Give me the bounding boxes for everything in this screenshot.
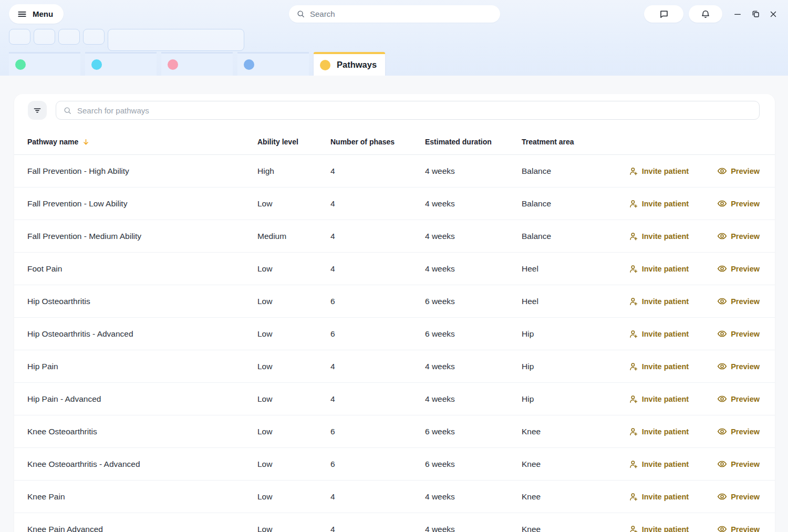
person-add-icon bbox=[629, 525, 638, 532]
invite-patient-button[interactable]: Invite patient bbox=[629, 166, 689, 176]
preview-button[interactable]: Preview bbox=[717, 199, 760, 208]
tab-pathways[interactable]: Pathways bbox=[314, 52, 385, 76]
pathway-name-cell: Fall Prevention - Low Ability bbox=[27, 199, 257, 208]
preview-button[interactable]: Preview bbox=[717, 426, 760, 436]
estimated-duration-cell: 4 weeks bbox=[425, 362, 522, 371]
minimize-icon bbox=[733, 9, 742, 19]
table-row: Knee PainLow44 weeksKnee Invite patient … bbox=[14, 481, 775, 513]
eye-icon bbox=[717, 199, 727, 208]
pathways-panel: Pathway name Ability level Number of pha… bbox=[14, 94, 775, 532]
invite-patient-button[interactable]: Invite patient bbox=[629, 264, 689, 274]
table-row: Hip Pain - AdvancedLow44 weeksHip Invite… bbox=[14, 383, 775, 415]
estimated-duration-cell: 6 weeks bbox=[425, 460, 522, 469]
person-add-icon bbox=[629, 232, 638, 241]
invite-patient-label: Invite patient bbox=[642, 200, 689, 208]
invite-patient-button[interactable]: Invite patient bbox=[629, 427, 689, 436]
skeleton-box bbox=[58, 29, 80, 45]
invite-patient-button[interactable]: Invite patient bbox=[629, 199, 689, 208]
ability-level-cell: Low bbox=[257, 427, 330, 436]
global-search bbox=[289, 5, 500, 23]
invite-patient-button[interactable]: Invite patient bbox=[629, 460, 689, 469]
tab-3[interactable] bbox=[161, 52, 233, 76]
notifications-button[interactable] bbox=[689, 5, 722, 23]
column-header-estimated-duration[interactable]: Estimated duration bbox=[425, 138, 522, 146]
preview-button[interactable]: Preview bbox=[717, 492, 760, 502]
pathway-name-cell: Knee Osteoarthritis bbox=[27, 427, 257, 436]
estimated-duration-cell: 4 weeks bbox=[425, 394, 522, 404]
person-add-icon bbox=[629, 329, 638, 339]
table-row: Knee Osteoarthritis - AdvancedLow66 week… bbox=[14, 448, 775, 481]
row-actions: Invite patient Preview bbox=[623, 166, 775, 176]
preview-label: Preview bbox=[731, 265, 760, 273]
minimize-button[interactable] bbox=[732, 9, 743, 19]
preview-label: Preview bbox=[731, 232, 760, 241]
estimated-duration-cell: 6 weeks bbox=[425, 297, 522, 306]
tab-4[interactable] bbox=[237, 52, 309, 76]
preview-label: Preview bbox=[731, 525, 760, 532]
invite-patient-button[interactable]: Invite patient bbox=[629, 297, 689, 306]
treatment-area-cell: Heel bbox=[522, 264, 623, 274]
preview-button[interactable]: Preview bbox=[717, 264, 760, 274]
preview-button[interactable]: Preview bbox=[717, 166, 760, 176]
pathway-name-cell: Foot Pain bbox=[27, 264, 257, 274]
row-actions: Invite patient Preview bbox=[623, 492, 775, 502]
eye-icon bbox=[717, 492, 727, 502]
pathway-name-cell: Fall Prevention - Medium Ability bbox=[27, 232, 257, 241]
eye-icon bbox=[717, 166, 727, 176]
column-header-pathway-name[interactable]: Pathway name bbox=[27, 138, 257, 146]
preview-button[interactable]: Preview bbox=[717, 394, 760, 404]
restore-button[interactable] bbox=[750, 9, 761, 19]
chat-icon bbox=[659, 9, 669, 19]
invite-patient-label: Invite patient bbox=[642, 460, 689, 468]
ability-level-cell: Low bbox=[257, 297, 330, 306]
preview-label: Preview bbox=[731, 460, 760, 468]
content-area: Pathway name Ability level Number of pha… bbox=[0, 76, 788, 532]
menu-button-label: Menu bbox=[33, 9, 53, 18]
number-of-phases-cell: 4 bbox=[330, 166, 425, 176]
column-header-number-of-phases[interactable]: Number of phases bbox=[330, 138, 425, 146]
global-search-input[interactable] bbox=[310, 5, 500, 23]
preview-label: Preview bbox=[731, 395, 760, 403]
eye-icon bbox=[717, 426, 727, 436]
column-header-ability-level[interactable]: Ability level bbox=[257, 138, 330, 146]
column-header-treatment-area[interactable]: Treatment area bbox=[522, 138, 623, 146]
invite-patient-button[interactable]: Invite patient bbox=[629, 525, 689, 532]
preview-button[interactable]: Preview bbox=[717, 361, 760, 371]
pathway-search bbox=[56, 101, 760, 120]
preview-button[interactable]: Preview bbox=[717, 329, 760, 339]
estimated-duration-cell: 4 weeks bbox=[425, 232, 522, 241]
estimated-duration-cell: 4 weeks bbox=[425, 525, 522, 532]
chat-button[interactable] bbox=[644, 5, 683, 23]
table-row: Knee Pain AdvancedLow44 weeksKnee Invite… bbox=[14, 513, 775, 532]
invite-patient-button[interactable]: Invite patient bbox=[629, 492, 689, 502]
invite-patient-label: Invite patient bbox=[642, 232, 689, 241]
preview-button[interactable]: Preview bbox=[717, 524, 760, 532]
invite-patient-button[interactable]: Invite patient bbox=[629, 232, 689, 241]
treatment-area-cell: Balance bbox=[522, 232, 623, 241]
treatment-area-cell: Hip bbox=[522, 394, 623, 404]
number-of-phases-cell: 6 bbox=[330, 427, 425, 436]
preview-label: Preview bbox=[731, 297, 760, 306]
ability-level-cell: Low bbox=[257, 362, 330, 371]
preview-button[interactable]: Preview bbox=[717, 296, 760, 306]
pathway-name-cell: Hip Pain - Advanced bbox=[27, 394, 257, 404]
close-button[interactable] bbox=[768, 9, 779, 19]
filter-button[interactable] bbox=[28, 101, 47, 120]
row-actions: Invite patient Preview bbox=[623, 296, 775, 306]
preview-button[interactable]: Preview bbox=[717, 231, 760, 241]
number-of-phases-cell: 4 bbox=[330, 199, 425, 208]
pathway-search-input[interactable] bbox=[77, 101, 759, 119]
invite-patient-button[interactable]: Invite patient bbox=[629, 394, 689, 404]
invite-patient-button[interactable]: Invite patient bbox=[629, 329, 689, 339]
tab-1[interactable] bbox=[9, 52, 80, 76]
tab-dot-icon bbox=[168, 59, 178, 70]
row-actions: Invite patient Preview bbox=[623, 361, 775, 371]
invite-patient-button[interactable]: Invite patient bbox=[629, 362, 689, 371]
table-row: Fall Prevention - High AbilityHigh44 wee… bbox=[14, 155, 775, 187]
preview-button[interactable]: Preview bbox=[717, 459, 760, 469]
number-of-phases-cell: 4 bbox=[330, 492, 425, 502]
tab-2[interactable] bbox=[85, 52, 157, 76]
preview-label: Preview bbox=[731, 493, 760, 501]
menu-button[interactable]: Menu bbox=[9, 4, 64, 24]
top-banner: Menu bbox=[0, 0, 788, 76]
